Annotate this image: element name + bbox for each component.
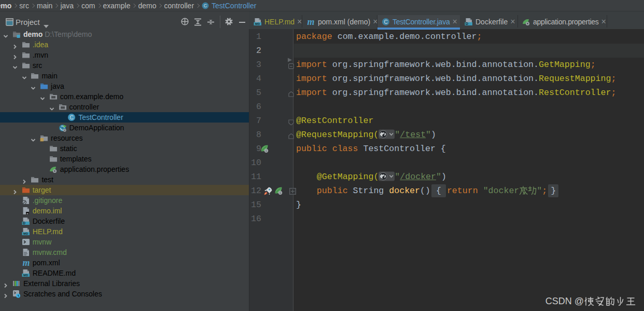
svg-text:MD: MD <box>23 232 28 235</box>
svg-text:C: C <box>70 115 74 120</box>
svg-text:C: C <box>204 3 207 8</box>
svg-text:D: D <box>466 22 468 25</box>
svg-text:D: D <box>23 221 25 225</box>
svg-text:MD: MD <box>23 274 28 277</box>
svg-text:C: C <box>384 19 387 24</box>
svg-text:m: m <box>22 259 30 267</box>
svg-text:m: m <box>307 18 314 26</box>
svg-text:MD: MD <box>255 22 260 25</box>
